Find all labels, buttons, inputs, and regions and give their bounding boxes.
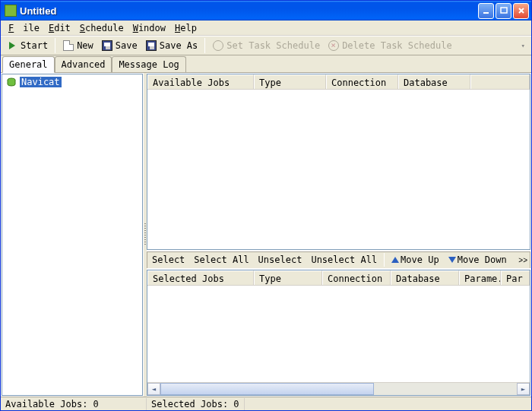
unselect-button[interactable]: Unselect: [256, 253, 305, 267]
tabbar: General Advanced Message Log: [1, 55, 531, 72]
selected-jobs-pane: Selected Jobs Type Connection Database P…: [147, 270, 530, 396]
col-connection[interactable]: Connection: [326, 74, 398, 89]
clock-icon: [212, 40, 224, 52]
titlebar[interactable]: Untitled: [1, 1, 531, 21]
available-jobs-pane: Available Jobs Type Connection Database: [147, 74, 530, 250]
available-jobs-header: Available Jobs Type Connection Database: [147, 74, 530, 90]
arrow-up-icon: [391, 257, 399, 263]
unselect-all-button[interactable]: Unselect All: [309, 253, 379, 267]
new-button[interactable]: New: [60, 38, 96, 53]
status-available-jobs: Available Jobs: 0: [1, 398, 147, 410]
clock-delete-icon: [328, 40, 340, 52]
saveas-button[interactable]: Save As: [143, 38, 201, 53]
scroll-left-button[interactable]: ◄: [147, 383, 160, 395]
save-icon: [101, 40, 113, 52]
col-type[interactable]: Type: [254, 74, 326, 89]
window-title: Untitled: [20, 5, 478, 17]
right-panel: Available Jobs Type Connection Database …: [147, 74, 530, 396]
move-up-button[interactable]: Move Up: [389, 253, 442, 267]
col-selected-jobs[interactable]: Selected Jobs: [147, 270, 254, 285]
menu-edit[interactable]: Edit: [44, 21, 75, 35]
tree-node-navicat[interactable]: Navicat: [2, 74, 142, 90]
col-type[interactable]: Type: [254, 270, 322, 285]
move-down-button[interactable]: Move Down: [446, 253, 509, 267]
close-button[interactable]: [513, 3, 529, 19]
scroll-thumb[interactable]: [160, 383, 374, 395]
col-connection[interactable]: Connection: [322, 270, 391, 285]
tab-message-log[interactable]: Message Log: [112, 56, 185, 72]
menu-window[interactable]: Window: [128, 21, 170, 35]
col-parameters[interactable]: Parame...: [459, 270, 501, 285]
maximize-button[interactable]: [496, 3, 511, 19]
app-icon: [5, 5, 17, 17]
database-icon: [5, 76, 17, 88]
separator: [384, 253, 385, 267]
new-icon: [62, 40, 74, 52]
arrow-down-icon: [448, 257, 456, 263]
selected-jobs-header: Selected Jobs Type Connection Database P…: [147, 270, 530, 286]
expand-button[interactable]: >>: [518, 256, 527, 264]
start-button[interactable]: Start: [4, 38, 50, 53]
status-selected-jobs: Selected Jobs: 0: [147, 398, 245, 410]
tab-advanced[interactable]: Advanced: [55, 56, 112, 72]
selected-jobs-list[interactable]: [147, 286, 530, 382]
select-button[interactable]: Select: [150, 253, 187, 267]
statusbar: Available Jobs: 0 Selected Jobs: 0: [1, 397, 531, 410]
selection-toolbar: Select Select All Unselect Unselect All …: [147, 251, 530, 268]
select-all-button[interactable]: Select All: [192, 253, 251, 267]
menu-schedule[interactable]: Schedule: [75, 21, 128, 35]
set-task-schedule-button[interactable]: Set Task Schedule: [210, 38, 322, 53]
col-database[interactable]: Database: [391, 270, 459, 285]
toolbar-overflow[interactable]: ▾: [518, 42, 528, 49]
col-spacer: [470, 74, 530, 89]
svg-rect-1: [501, 8, 507, 13]
play-icon: [6, 40, 18, 52]
col-available-jobs[interactable]: Available Jobs: [147, 74, 254, 89]
menu-help[interactable]: Help: [170, 21, 201, 35]
scroll-track[interactable]: [160, 383, 517, 395]
delete-task-schedule-button[interactable]: Delete Task Schedule: [325, 38, 454, 53]
toolbar: Start New Save Save As Set Task Schedule…: [1, 36, 531, 55]
minimize-button[interactable]: [478, 3, 494, 19]
tab-general[interactable]: General: [2, 56, 55, 73]
svg-rect-0: [483, 12, 489, 14]
col-database[interactable]: Database: [398, 74, 470, 89]
menu-file[interactable]: File: [4, 21, 44, 35]
connection-tree[interactable]: Navicat: [2, 74, 143, 396]
tree-node-label: Navicat: [20, 77, 62, 87]
client-area: Navicat Available Jobs Type Connection D…: [1, 72, 531, 397]
horizontal-scrollbar[interactable]: ◄ ►: [147, 382, 530, 395]
col-par[interactable]: Par: [501, 270, 530, 285]
scroll-right-button[interactable]: ►: [517, 383, 530, 395]
separator: [204, 38, 205, 53]
available-jobs-list[interactable]: [147, 90, 530, 249]
separator: [55, 38, 55, 53]
saveas-icon: [145, 40, 157, 52]
menubar: File Edit Schedule Window Help: [1, 21, 531, 36]
save-button[interactable]: Save: [99, 38, 140, 53]
